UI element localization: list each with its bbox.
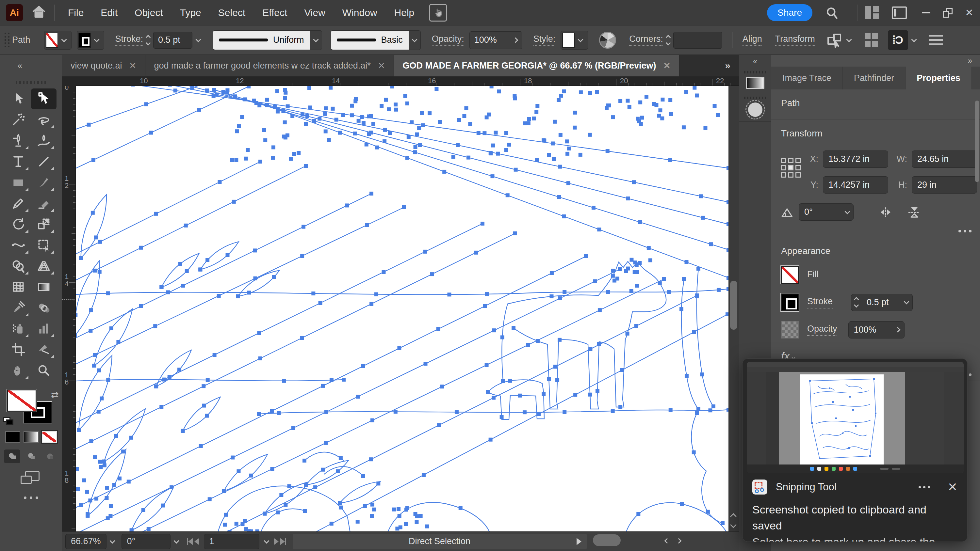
style-control[interactable] (560, 31, 588, 49)
appearance-stroke-dropdown[interactable] (904, 299, 910, 305)
gradient-tool[interactable] (31, 276, 57, 297)
select-similar-dropdown[interactable] (846, 37, 852, 42)
horizontal-ruler[interactable]: 10121416182022 (62, 76, 739, 86)
corners-label[interactable]: Corners: (629, 34, 663, 46)
close-button[interactable]: ✕ (958, 0, 980, 25)
appearance-stroke-field[interactable]: 0.5 pt (861, 294, 900, 311)
appearance-fill-swatch[interactable] (781, 266, 799, 284)
stroke-swatch[interactable] (78, 33, 91, 48)
appearance-stroke-stepper[interactable] (854, 298, 858, 307)
menu-item-help[interactable]: Help (394, 7, 415, 18)
collapsed-trace-panel[interactable] (739, 94, 771, 122)
fill-none-swatch[interactable] (46, 33, 58, 48)
toolbar-more-icon[interactable] (0, 497, 62, 499)
artboard-canvas[interactable] (76, 86, 729, 531)
menu-list-icon[interactable] (929, 35, 943, 45)
minimize-button[interactable] (915, 0, 937, 25)
restore-button[interactable] (937, 0, 958, 25)
document-tab-2[interactable]: god made a farmer good elements w ez tra… (145, 55, 394, 76)
type-tool[interactable] (6, 151, 31, 172)
notification-body[interactable]: Screenshot copied to clipboard and saved… (752, 502, 959, 542)
stroke-weight-label[interactable]: Stroke: (115, 34, 143, 46)
draw-behind-button[interactable] (23, 449, 39, 463)
draw-normal-button[interactable] (4, 449, 20, 463)
swap-fill-stroke-icon[interactable]: ⇄ (51, 389, 59, 400)
shaper-tool[interactable] (31, 193, 57, 214)
hand-tool[interactable] (6, 360, 31, 381)
zoom-tool[interactable] (31, 360, 57, 381)
stroke-weight-stepper[interactable] (146, 36, 150, 45)
next-artboard-icon[interactable] (274, 538, 278, 545)
gradient-panel-icon[interactable] (746, 77, 764, 89)
none-button[interactable] (42, 431, 57, 443)
align-grid-icon[interactable] (865, 33, 878, 47)
tab-close-icon[interactable]: ✕ (129, 61, 137, 71)
appearance-opacity-label[interactable]: Opacity (807, 324, 837, 336)
menu-item-file[interactable]: File (68, 7, 84, 18)
magic-wand-tool[interactable] (6, 110, 31, 130)
flip-horizontal-icon[interactable] (878, 206, 893, 219)
document-tab-1[interactable]: view quote.ai✕ (62, 55, 145, 76)
gradient-button[interactable] (24, 431, 38, 443)
corners-stepper[interactable] (667, 36, 670, 45)
artboard-tool[interactable] (6, 339, 31, 360)
opacity-control[interactable]: 100% (469, 31, 522, 49)
notification-more-icon[interactable] (919, 486, 930, 488)
rotation-control[interactable]: 0° (799, 203, 854, 221)
ruler-corner[interactable] (62, 76, 76, 86)
panel-grip[interactable] (5, 33, 6, 47)
appearance-stroke-weight[interactable]: 0.5 pt (851, 294, 913, 311)
share-button[interactable]: Share (767, 4, 813, 21)
column-graph-tool[interactable] (31, 318, 57, 339)
brush-control[interactable]: Basic (331, 30, 421, 50)
blend-tool[interactable] (31, 297, 57, 318)
scroll-down-icon[interactable] (730, 522, 737, 528)
tab-overflow-icon[interactable]: » (716, 55, 739, 76)
eyedropper-tool[interactable] (6, 297, 31, 318)
notification-close-icon[interactable]: ✕ (948, 480, 958, 494)
touch-workspace-icon[interactable] (429, 4, 447, 22)
mesh-tool[interactable] (6, 276, 31, 297)
properties-toggle-icon[interactable]: ⦙Ͻ (888, 30, 908, 50)
menu-item-type[interactable]: Type (180, 7, 201, 18)
rotation-field[interactable]: 0° (799, 204, 842, 220)
dock-collapse-icon[interactable]: « (739, 55, 771, 68)
appearance-opacity-control[interactable]: 100% (848, 321, 905, 338)
opacity-expand[interactable] (512, 37, 518, 43)
appearance-stroke-swatch[interactable] (781, 294, 799, 311)
appearance-fill-label[interactable]: Fill (807, 269, 819, 281)
paintbrush-tool[interactable] (31, 172, 57, 193)
horizontal-scrollbar-thumb[interactable] (593, 534, 620, 546)
recolor-artwork-icon[interactable] (599, 32, 616, 49)
shape-builder-tool[interactable] (6, 256, 31, 276)
toolbar-collapse[interactable]: « (0, 55, 62, 76)
pencil-tool[interactable] (6, 193, 31, 214)
search-icon[interactable] (825, 6, 839, 20)
lasso-tool[interactable] (31, 110, 57, 130)
curvature-tool[interactable] (31, 130, 57, 151)
last-artboard-icon[interactable] (280, 538, 286, 545)
screenshot-thumbnail[interactable] (747, 362, 964, 473)
line-segment-tool[interactable] (31, 151, 57, 172)
symbol-sprayer-tool[interactable] (6, 318, 31, 339)
vertical-scrollbar-thumb[interactable] (730, 281, 737, 330)
scroll-right-icon[interactable] (676, 538, 681, 543)
transform-more-icon[interactable] (958, 230, 972, 232)
rotate-tool[interactable] (6, 214, 31, 235)
document-tab-3[interactable]: GOD MADE A FARMER GEORGIA* @ 66.67 % (RG… (394, 55, 680, 76)
panel-menu-icon[interactable]: » (968, 56, 972, 65)
panel-tab-image-trace[interactable]: Image Trace (771, 67, 843, 89)
artboard-dropdown[interactable] (264, 538, 269, 543)
app-logo-icon[interactable]: Ai (6, 4, 23, 21)
stroke-weight-dropdown[interactable] (196, 37, 201, 42)
properties-toggle-dropdown[interactable] (911, 37, 916, 42)
fill-indicator[interactable] (7, 389, 37, 411)
width-tool[interactable] (6, 235, 31, 256)
panel-tab-pathfinder[interactable]: Pathfinder (843, 67, 905, 89)
corners-field[interactable] (673, 32, 722, 49)
collapsed-gradient-panel[interactable] (739, 68, 771, 94)
color-button[interactable] (5, 431, 20, 443)
transform-label[interactable]: Transform (775, 34, 815, 46)
default-fill-stroke-icon[interactable] (3, 417, 14, 426)
menu-item-edit[interactable]: Edit (100, 7, 118, 18)
